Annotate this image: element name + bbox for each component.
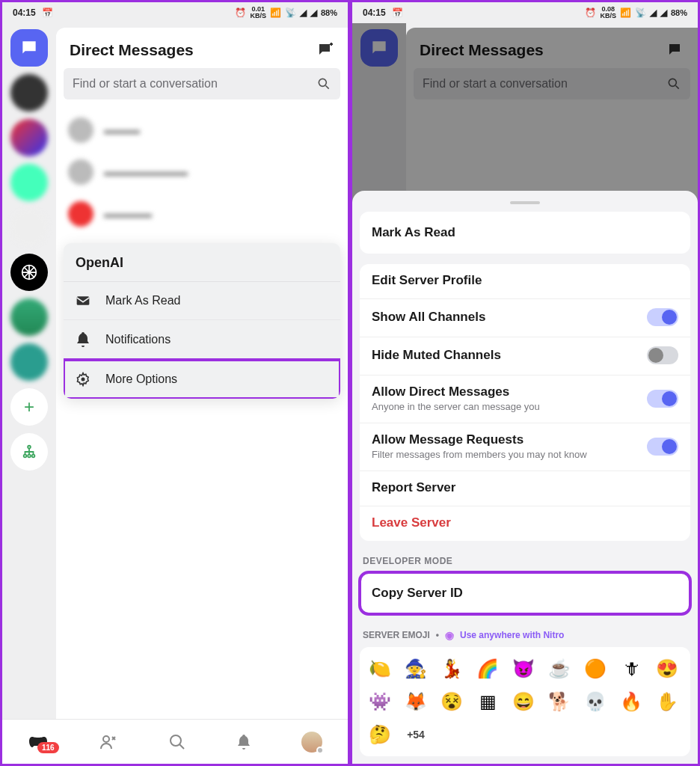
page-title: Direct Messages [70, 41, 194, 59]
report-server[interactable]: Report Server [360, 471, 690, 506]
emoji[interactable]: 🟠 [581, 655, 610, 683]
dm-item[interactable]: ▬▬▬ [64, 111, 340, 149]
emoji[interactable]: 😍 [653, 655, 681, 683]
copy-server-id[interactable]: Copy Server ID [360, 572, 690, 614]
bottom-sheet-scrim[interactable]: Mark As Read Edit Server Profile Show Al… [352, 23, 698, 764]
emoji[interactable]: ✋ [653, 687, 681, 716]
emoji[interactable]: 🦊 [402, 687, 430, 716]
emoji[interactable]: 💀 [581, 687, 610, 716]
developer-mode-label: DEVELOPER MODE [360, 551, 690, 572]
edit-server-profile[interactable]: Edit Server Profile [360, 264, 690, 298]
svg-point-1 [28, 446, 31, 449]
svg-rect-6 [77, 296, 90, 305]
server-avatar[interactable] [10, 298, 48, 336]
context-more-options[interactable]: More Options [64, 360, 340, 399]
nitro-link[interactable]: Use anywhere with Nitro [460, 630, 564, 640]
avatar [301, 732, 322, 753]
server-openai[interactable] [10, 254, 48, 291]
emoji[interactable]: 😈 [509, 655, 538, 683]
toggle-on[interactable] [647, 438, 678, 456]
server-options-sheet: Mark As Read Edit Server Profile Show Al… [352, 191, 698, 764]
server-avatar[interactable] [10, 74, 48, 111]
dm-home-button[interactable] [10, 29, 48, 67]
emoji[interactable]: 🍋 [366, 655, 394, 683]
screenshot-left: 04:15 📅 ⏰ 0.01KB/S 📶 📡 ◢◢ 88% + [0, 0, 350, 766]
svg-point-3 [28, 455, 31, 458]
mail-icon [76, 295, 90, 307]
emoji[interactable]: 🗡 [617, 655, 645, 683]
context-notifications[interactable]: Notifications [64, 320, 340, 360]
emoji[interactable]: 🤔 [366, 720, 394, 749]
bell-icon [76, 332, 90, 347]
sheet-grabber[interactable] [510, 201, 540, 204]
toggle-off[interactable] [647, 346, 678, 364]
leave-server[interactable]: Leave Server [360, 506, 690, 541]
status-bar: 04:15 📅 ⏰ 0.01KB/S 📶 📡 ◢◢ 88% [2, 2, 348, 23]
screenshot-right: 04:15 📅 ⏰ 0.08KB/S 📶 📡 ◢◢ 88% Direct Mes… [350, 0, 700, 766]
svg-point-2 [24, 455, 27, 458]
context-title: OpenAI [64, 243, 340, 282]
emoji[interactable]: 😄 [509, 687, 538, 716]
svg-point-8 [103, 736, 109, 742]
bottom-nav: 116 [2, 719, 348, 764]
svg-point-4 [32, 455, 35, 458]
dm-item[interactable]: ▬▬▬▬ [64, 195, 340, 233]
wifi-icon: 📶 [620, 7, 631, 18]
svg-point-7 [82, 378, 85, 382]
hide-muted-toggle[interactable]: Hide Muted Channels [360, 337, 690, 375]
allow-req-toggle[interactable]: Allow Message RequestsFilter messages fr… [360, 423, 690, 471]
dm-item[interactable]: ▬▬▬▬▬▬▬ [64, 153, 340, 191]
server-context-menu: OpenAI Mark As Read Notifications More O… [64, 243, 340, 399]
nitro-icon: ◉ [445, 629, 454, 641]
new-dm-icon[interactable] [316, 41, 334, 59]
emoji[interactable]: ☕ [545, 655, 574, 683]
status-bar: 04:15 📅 ⏰ 0.08KB/S 📶 📡 ◢◢ 88% [352, 2, 698, 23]
add-server-button[interactable]: + [10, 388, 48, 426]
emoji[interactable]: 😵 [438, 687, 466, 716]
emoji[interactable]: 🐕 [545, 687, 574, 716]
server-avatar[interactable] [10, 119, 48, 156]
nav-notifications[interactable] [236, 733, 251, 751]
alarm-icon: ⏰ [585, 7, 596, 18]
emoji-grid: 🍋 🧙 💃 🌈 😈 ☕ 🟠 🗡 😍 👾 🦊 😵 ▦ 😄 🐕 💀 [360, 647, 690, 756]
server-emoji-label: SERVER EMOJI [363, 630, 430, 640]
discover-button[interactable] [10, 433, 48, 471]
gear-icon [76, 372, 90, 387]
alarm-icon: ⏰ [235, 7, 246, 18]
wifi-icon: 📶 [270, 7, 281, 18]
nav-badge: 116 [37, 742, 59, 753]
emoji[interactable]: ▦ [473, 687, 502, 716]
search-input[interactable]: Find or start a conversation [64, 68, 340, 99]
lte-icon: 📡 [635, 7, 646, 18]
nav-profile[interactable] [301, 732, 322, 753]
toggle-on[interactable] [647, 390, 678, 408]
lte-icon: 📡 [285, 7, 296, 18]
nav-friends[interactable] [99, 734, 118, 750]
emoji[interactable]: 🧙 [402, 655, 430, 683]
emoji[interactable]: 🔥 [617, 687, 645, 716]
svg-point-9 [171, 735, 181, 746]
context-mark-read[interactable]: Mark As Read [64, 282, 340, 320]
server-avatar[interactable] [10, 209, 48, 246]
search-icon [316, 76, 331, 91]
dm-panel: Direct Messages Find or start a conversa… [56, 28, 348, 719]
allow-dm-toggle[interactable]: Allow Direct MessagesAnyone in the serve… [360, 375, 690, 423]
nav-search[interactable] [168, 733, 186, 751]
server-avatar[interactable] [10, 164, 48, 201]
svg-point-5 [319, 79, 326, 86]
calendar-icon: 📅 [392, 7, 403, 18]
toggle-on[interactable] [647, 308, 678, 326]
server-list: + [2, 23, 56, 719]
emoji[interactable]: 🌈 [473, 655, 502, 683]
emoji-more[interactable]: +54 [402, 720, 430, 749]
emoji[interactable]: 👾 [366, 687, 394, 716]
nav-home[interactable]: 116 [28, 734, 49, 750]
server-avatar[interactable] [10, 343, 48, 381]
show-all-channels-toggle[interactable]: Show All Channels [360, 298, 690, 337]
calendar-icon: 📅 [42, 7, 53, 18]
mark-as-read[interactable]: Mark As Read [360, 212, 690, 254]
emoji[interactable]: 💃 [438, 655, 466, 683]
